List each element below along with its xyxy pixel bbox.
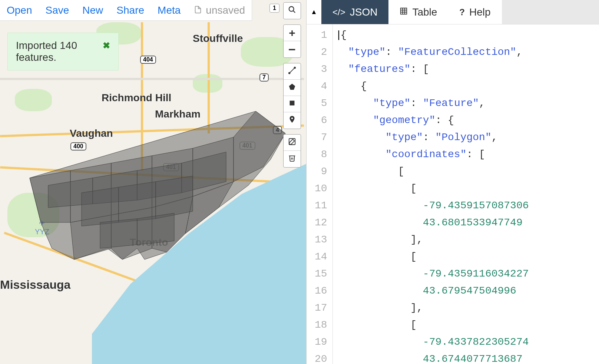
geojson-overlay[interactable]	[26, 111, 285, 282]
menu-save[interactable]: Save	[46, 4, 69, 16]
code-content[interactable]: { "type": "FeatureCollection", "features…	[333, 24, 599, 364]
draw-marker-button[interactable]	[284, 112, 301, 129]
map-controls: 1 + −	[283, 2, 301, 168]
trash-icon	[288, 154, 296, 164]
menu-bar: Open Save New Share Meta unsaved	[0, 0, 252, 21]
edit-icon	[288, 138, 296, 148]
notice-close-button[interactable]: ✖	[103, 40, 110, 51]
tab-bar: ▲ </> JSON Table ? Help	[307, 0, 599, 24]
import-notice: Imported 140 features. ✖	[7, 33, 119, 70]
svg-rect-11	[401, 8, 407, 14]
file-status: unsaved	[194, 4, 245, 16]
tab-json[interactable]: </> JSON	[321, 0, 388, 24]
hwy-shield-7: 7	[259, 73, 269, 82]
menu-new[interactable]: New	[82, 4, 103, 16]
layer-badge[interactable]: 1	[269, 4, 279, 13]
zoom-out-button[interactable]: −	[284, 41, 301, 57]
search-icon	[288, 6, 296, 16]
table-icon	[400, 7, 408, 17]
draw-controls	[283, 63, 301, 129]
svg-point-3	[289, 72, 290, 74]
svg-line-2	[289, 67, 295, 73]
svg-rect-6	[290, 100, 295, 105]
menu-open[interactable]: Open	[7, 4, 32, 16]
svg-point-4	[294, 67, 296, 68]
polygon-icon	[288, 83, 296, 93]
notice-text: Imported 140 features.	[16, 40, 99, 63]
edit-button[interactable]	[284, 135, 301, 151]
file-icon	[194, 4, 202, 16]
svg-line-1	[293, 11, 295, 13]
svg-point-7	[291, 118, 293, 119]
code-icon: </>	[332, 7, 345, 17]
map-pane[interactable]: Stouffville Richmond Hill Markham Vaugha…	[0, 0, 306, 364]
zoom-control: + −	[283, 24, 301, 58]
zoom-in-button[interactable]: +	[284, 25, 301, 41]
tab-help[interactable]: ? Help	[448, 0, 502, 24]
svg-marker-5	[289, 83, 295, 90]
file-status-label: unsaved	[206, 4, 245, 16]
help-icon: ?	[459, 7, 465, 17]
tab-table-label: Table	[412, 6, 437, 18]
tab-json-label: JSON	[350, 6, 378, 18]
hwy-shield-404: 404	[140, 56, 156, 64]
code-editor[interactable]: 1234567891011121314151617181920 { "type"…	[307, 24, 599, 364]
menu-share[interactable]: Share	[116, 4, 144, 16]
draw-polygon-button[interactable]	[284, 80, 301, 96]
rect-icon	[288, 99, 296, 109]
collapse-editor-button[interactable]: ▲	[307, 0, 321, 24]
search-button[interactable]	[284, 3, 301, 19]
draw-rect-button[interactable]	[284, 96, 301, 112]
edit-controls	[283, 134, 301, 168]
tab-table[interactable]: Table	[388, 0, 448, 24]
trash-button[interactable]	[284, 151, 301, 167]
draw-line-button[interactable]	[284, 63, 301, 80]
line-gutter: 1234567891011121314151617181920	[307, 24, 333, 364]
line-icon	[288, 66, 296, 77]
menu-meta[interactable]: Meta	[158, 4, 181, 16]
svg-point-0	[289, 7, 294, 11]
marker-icon	[288, 115, 296, 126]
editor-pane: ▲ </> JSON Table ? Help 1234567891011121…	[306, 0, 599, 364]
tab-help-label: Help	[469, 6, 491, 18]
